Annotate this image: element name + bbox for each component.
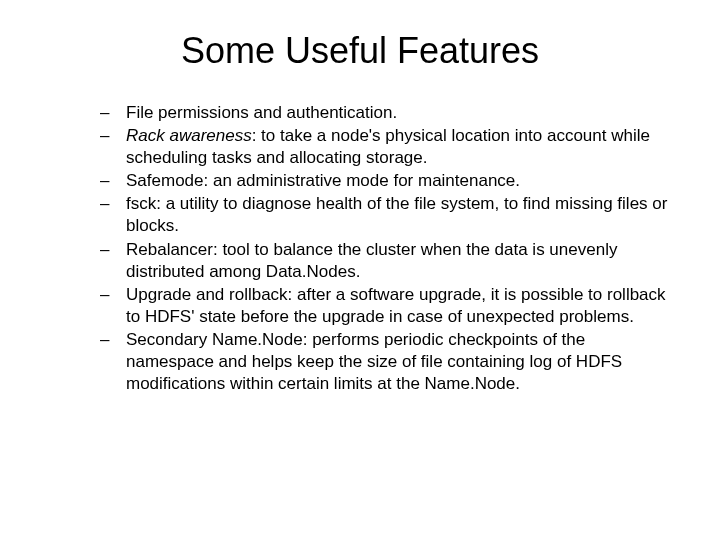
list-item: Rack awareness: to take a node's physica…: [100, 125, 670, 169]
list-item: Secondary Name.Node: performs periodic c…: [100, 329, 670, 395]
list-item-text: File permissions and authentication.: [126, 103, 397, 122]
bullet-list: File permissions and authentication. Rac…: [50, 102, 670, 395]
list-item-text: Safemode: an administrative mode for mai…: [126, 171, 520, 190]
list-item-emphasis: Rack awareness: [126, 126, 252, 145]
list-item-text: fsck: a utility to diagnose health of th…: [126, 194, 667, 235]
list-item-text: Secondary Name.Node: performs periodic c…: [126, 330, 622, 393]
list-item: File permissions and authentication.: [100, 102, 670, 124]
list-item: Safemode: an administrative mode for mai…: [100, 170, 670, 192]
list-item-text: Rebalancer: tool to balance the cluster …: [126, 240, 617, 281]
list-item: Rebalancer: tool to balance the cluster …: [100, 239, 670, 283]
slide-title: Some Useful Features: [50, 30, 670, 72]
list-item: fsck: a utility to diagnose health of th…: [100, 193, 670, 237]
list-item: Upgrade and rollback: after a software u…: [100, 284, 670, 328]
list-item-text: Upgrade and rollback: after a software u…: [126, 285, 666, 326]
